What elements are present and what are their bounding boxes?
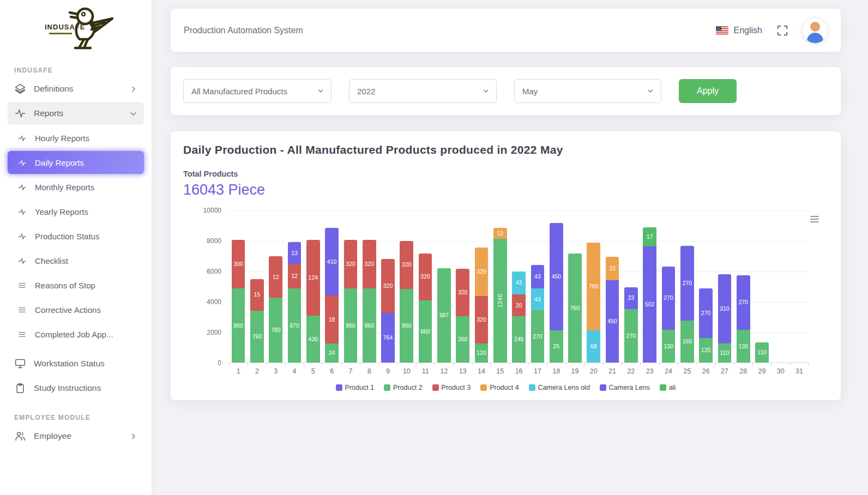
bar-segment-product-3[interactable]: 320 [419, 253, 432, 300]
bar-segment-product-2[interactable]: 860 [232, 288, 245, 363]
bar-segment-camera-lens[interactable]: 23 [624, 287, 638, 309]
fullscreen-button[interactable] [776, 25, 788, 37]
bar-day-11[interactable]: 860320 [416, 210, 435, 363]
bar-segment-product-2[interactable]: 860 [419, 300, 432, 363]
bar-day-24[interactable]: 130270 [659, 210, 678, 363]
bar-segment-product-2[interactable]: 160 [680, 321, 694, 363]
bar-segment-product-2[interactable]: 245 [512, 316, 526, 363]
sidebar-item-production-status[interactable]: Production Status [8, 225, 144, 247]
bar-segment-camera-lens[interactable]: 270 [737, 275, 750, 330]
bar-day-23[interactable]: 50217 [641, 210, 659, 363]
sidebar-item-checklist[interactable]: Checklist [8, 249, 144, 272]
bar-day-15[interactable]: 124012 [491, 210, 509, 363]
bar-segment-product-2[interactable]: 270 [624, 309, 638, 363]
bar-segment-camera-lens-old[interactable]: 68 [587, 330, 600, 363]
brand-logo[interactable]: INDUSAFE [0, 4, 152, 57]
sidebar-item-reports[interactable]: Reports [8, 102, 144, 125]
bar-segment-product-2[interactable]: 120 [475, 343, 489, 363]
user-avatar[interactable] [803, 18, 828, 43]
bar-segment-product-4[interactable]: 760 [587, 243, 600, 330]
sidebar-item-yearly-reports[interactable]: Yearly Reports [8, 200, 144, 223]
bar-segment-product-4[interactable]: 320 [475, 247, 489, 295]
bar-day-1[interactable]: 860300 [229, 210, 248, 363]
bar-day-8[interactable]: 860320 [360, 210, 378, 363]
bar-segment-product-3[interactable]: 12 [269, 256, 282, 297]
bar-segment-product-2[interactable]: 860 [400, 289, 413, 363]
bar-segment-product-3[interactable]: 320 [456, 269, 469, 316]
bar-day-9[interactable]: 764320 [378, 210, 397, 363]
bar-day-13[interactable]: 260320 [454, 210, 472, 363]
bar-day-29[interactable]: 110 [752, 210, 771, 363]
month-select[interactable]: May [514, 79, 661, 103]
year-select[interactable]: 2022 [349, 79, 497, 103]
legend-item-product-4[interactable]: Product 4 [480, 384, 519, 391]
sidebar-item-monthly-reports[interactable]: Monthly Reports [8, 176, 144, 198]
bar-day-18[interactable]: 25450 [547, 210, 565, 363]
bar-segment-product-2[interactable]: 760 [250, 311, 264, 363]
bar-segment-camera-lens[interactable]: 450 [550, 223, 563, 330]
bar-segment-product-3[interactable]: 15 [250, 279, 264, 311]
legend-item-product-1[interactable]: Product 1 [336, 384, 375, 391]
bar-day-19[interactable]: 760 [565, 210, 584, 363]
bar-segment-product-3[interactable]: 124 [306, 240, 320, 315]
bar-day-3[interactable]: 78012 [267, 210, 285, 363]
sidebar-item-reasons-of-stop[interactable]: Reasons of Stop [8, 274, 144, 297]
bar-segment-product-3[interactable]: 320 [475, 296, 489, 343]
bar-segment-product-2[interactable]: 260 [456, 316, 469, 363]
bar-segment-camera-lens-old[interactable]: 43 [512, 271, 526, 294]
legend-item-camera-lens[interactable]: Camera Lens [600, 384, 650, 391]
bar-segment-product-2[interactable]: 860 [363, 288, 376, 363]
legend-item-ali[interactable]: ali [660, 384, 676, 391]
bar-day-6[interactable]: 2418410 [322, 210, 341, 363]
bar-segment-product-2[interactable]: 1240 [493, 239, 507, 363]
bar-segment-product-3[interactable]: 20 [512, 294, 526, 316]
bar-segment-product-2[interactable]: 860 [344, 288, 358, 363]
bar-segment-product-3[interactable]: 320 [381, 259, 395, 313]
product-select[interactable]: All Manufactured Products [183, 79, 331, 103]
bar-segment-camera-lens-old[interactable]: 43 [531, 288, 545, 310]
bar-day-25[interactable]: 160270 [678, 210, 696, 363]
sidebar-item-study-instructions[interactable]: Study Instructions [8, 377, 144, 400]
bar-segment-camera-lens[interactable]: 13 [288, 242, 302, 264]
bar-segment-product-2[interactable]: 130 [662, 330, 676, 363]
sidebar-item-completed-job-app[interactable]: Completed Job App... [8, 323, 144, 346]
bar-segment-product-2[interactable]: 25 [550, 330, 563, 363]
language-switcher[interactable]: English [716, 26, 762, 35]
bar-segment-product-2[interactable]: 987 [437, 268, 451, 363]
bar-day-20[interactable]: 68760 [584, 210, 603, 363]
bar-segment-camera-lens[interactable]: 270 [680, 246, 694, 321]
bar-day-21[interactable]: 45023 [603, 210, 622, 363]
apply-button[interactable]: Apply [679, 79, 737, 103]
bar-day-4[interactable]: 8701213 [285, 210, 304, 363]
bar-segment-product-2[interactable]: 24 [325, 343, 339, 363]
bar-day-17[interactable]: 2704343 [528, 210, 547, 363]
bar-segment-camera-lens[interactable]: 270 [662, 267, 676, 330]
bar-segment-product-3[interactable]: 320 [363, 240, 376, 288]
bar-day-10[interactable]: 860320 [397, 210, 416, 363]
bar-segment-product-2[interactable]: 430 [306, 316, 320, 363]
bar-day-7[interactable]: 860320 [341, 210, 360, 363]
bar-segment-camera-lens[interactable]: 410 [325, 228, 339, 295]
bar-segment-product-3[interactable]: 320 [400, 241, 413, 289]
bar-segment-product-2[interactable]: 120 [699, 338, 713, 363]
bar-segment-product-2[interactable]: 110 [755, 342, 769, 363]
bar-segment-product-2[interactable]: 760 [568, 253, 582, 363]
bar-segment-ali[interactable]: 17 [643, 227, 656, 246]
sidebar-item-employee[interactable]: Employee [8, 425, 144, 448]
chart-menu-icon[interactable] [810, 214, 819, 224]
bar-segment-product-3[interactable]: 18 [325, 295, 339, 343]
sidebar-item-definitions[interactable]: Definitions [8, 77, 144, 100]
bar-segment-product-2[interactable]: 270 [531, 310, 545, 363]
bar-segment-product-3[interactable]: 300 [232, 240, 245, 288]
bar-segment-product-2[interactable]: 870 [288, 288, 302, 363]
bar-day-28[interactable]: 130270 [734, 210, 752, 363]
bar-segment-product-4[interactable]: 12 [493, 228, 507, 239]
legend-item-product-2[interactable]: Product 2 [384, 384, 423, 391]
legend-item-camera-lens-old[interactable]: Camera Lens old [529, 384, 590, 391]
bar-day-27[interactable]: 110310 [715, 210, 734, 363]
bar-segment-product-3[interactable]: 12 [288, 264, 302, 288]
bar-segment-camera-lens[interactable]: 43 [531, 265, 545, 288]
bar-day-12[interactable]: 987 [435, 210, 453, 363]
bar-segment-product-1[interactable]: 764 [381, 313, 395, 363]
bar-day-2[interactable]: 76015 [248, 210, 266, 363]
